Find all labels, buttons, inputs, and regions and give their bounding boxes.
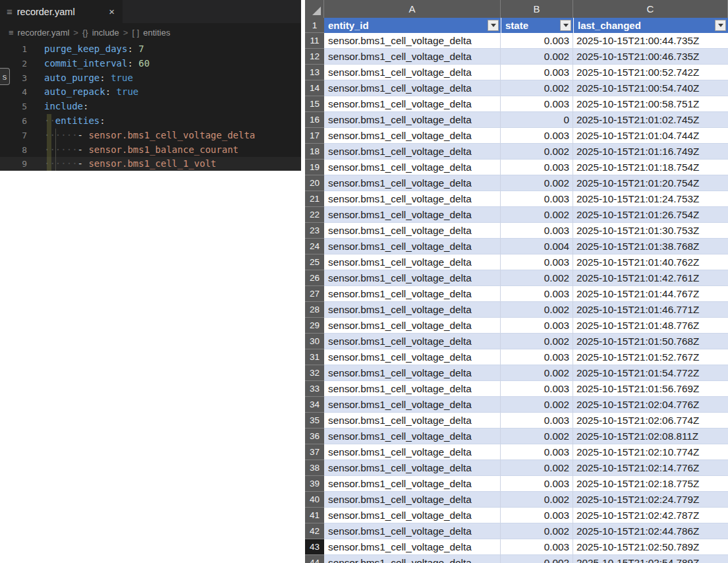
cell-state[interactable]: 0.003 xyxy=(501,96,573,112)
cell-last-changed[interactable]: 2025-10-15T21:00:46.735Z xyxy=(573,49,728,65)
cell-state[interactable]: 0.003 xyxy=(501,413,573,429)
cell-entity-id[interactable]: sensor.bms1_cell_voltage_delta xyxy=(324,207,501,223)
cell-state[interactable]: 0.004 xyxy=(501,239,573,254)
cell-entity-id[interactable]: sensor.bms1_cell_voltage_delta xyxy=(324,397,501,413)
cell-state[interactable]: 0.003 xyxy=(501,191,573,207)
cell-entity-id[interactable]: sensor.bms1_cell_voltage_delta xyxy=(324,413,501,429)
filter-dropdown-icon[interactable] xyxy=(488,20,499,31)
cell-last-changed[interactable]: 2025-10-15T21:02:06.774Z xyxy=(573,413,728,429)
row-number[interactable]: 43 xyxy=(305,539,324,555)
cell-state[interactable]: 0.002 xyxy=(501,49,573,65)
cell-entity-id[interactable]: sensor.bms1_cell_voltage_delta xyxy=(324,286,501,302)
cell-entity-id[interactable]: sensor.bms1_cell_voltage_delta xyxy=(324,80,501,96)
code-area[interactable]: 1 purge_keep_days: 7 2 commit_interval: … xyxy=(0,40,301,171)
cell-entity-id[interactable]: sensor.bms1_cell_voltage_delta xyxy=(324,191,501,207)
cell-entity-id[interactable]: sensor.bms1_cell_voltage_delta xyxy=(324,302,501,318)
cell-last-changed[interactable]: 2025-10-15T21:01:48.776Z xyxy=(573,318,728,334)
row-number[interactable]: 31 xyxy=(305,349,324,365)
cell-state[interactable]: 0.003 xyxy=(501,223,573,239)
cell-last-changed[interactable]: 2025-10-15T21:01:56.769Z xyxy=(573,381,728,397)
row-number[interactable]: 22 xyxy=(305,207,324,223)
cell-entity-id[interactable]: sensor.bms1_cell_voltage_delta xyxy=(324,381,501,397)
cell-last-changed[interactable]: 2025-10-15T21:01:26.754Z xyxy=(573,207,728,223)
row-number[interactable]: 40 xyxy=(305,492,324,508)
row-number[interactable]: 39 xyxy=(305,476,324,492)
cell-state[interactable]: 0.003 xyxy=(501,349,573,365)
row-number[interactable]: 27 xyxy=(305,286,324,302)
cell-state[interactable]: 0.002 xyxy=(501,492,573,508)
cell-entity-id[interactable]: sensor.bms1_cell_voltage_delta xyxy=(324,539,501,555)
cell-state[interactable]: 0.003 xyxy=(501,381,573,397)
cell-entity-id[interactable]: sensor.bms1_cell_voltage_delta xyxy=(324,270,501,286)
cell-state[interactable]: 0.002 xyxy=(501,334,573,349)
cell-state[interactable]: 0.003 xyxy=(501,444,573,460)
breadcrumb-file[interactable]: recorder.yaml xyxy=(18,28,70,38)
cell-last-changed[interactable]: 2025-10-15T21:02:42.787Z xyxy=(573,508,728,523)
cell-state[interactable]: 0.003 xyxy=(501,128,573,144)
row-number[interactable]: 29 xyxy=(305,318,324,334)
cell-entity-id[interactable]: sensor.bms1_cell_voltage_delta xyxy=(324,318,501,334)
row-number[interactable]: 23 xyxy=(305,223,324,239)
cell-entity-id[interactable]: sensor.bms1_cell_voltage_delta xyxy=(324,96,501,112)
cell-last-changed[interactable]: 2025-10-15T21:01:30.753Z xyxy=(573,223,728,239)
cell-last-changed[interactable]: 2025-10-15T21:01:46.771Z xyxy=(573,302,728,318)
cell-state[interactable]: 0.002 xyxy=(501,175,573,191)
column-header-a[interactable]: A xyxy=(324,0,501,18)
cell-last-changed[interactable]: 2025-10-15T21:02:10.774Z xyxy=(573,444,728,460)
cell-state[interactable]: 0.002 xyxy=(501,523,573,539)
header-cell-last-changed[interactable]: last_changed xyxy=(573,18,728,33)
cell-entity-id[interactable]: sensor.bms1_cell_voltage_delta xyxy=(324,160,501,175)
code-line[interactable]: 6 ··entities: xyxy=(0,114,301,129)
row-number[interactable]: 28 xyxy=(305,302,324,318)
cell-last-changed[interactable]: 2025-10-15T21:01:42.761Z xyxy=(573,270,728,286)
cell-state[interactable]: 0 xyxy=(501,112,573,128)
cell-last-changed[interactable]: 2025-10-15T21:01:02.745Z xyxy=(573,112,728,128)
cell-state[interactable]: 0.003 xyxy=(501,476,573,492)
row-number[interactable]: 16 xyxy=(305,112,324,128)
cell-last-changed[interactable]: 2025-10-15T21:02:50.789Z xyxy=(573,539,728,555)
cell-last-changed[interactable]: 2025-10-15T21:01:18.754Z xyxy=(573,160,728,175)
column-header-b[interactable]: B xyxy=(501,0,573,18)
cell-entity-id[interactable]: sensor.bms1_cell_voltage_delta xyxy=(324,476,501,492)
cell-state[interactable]: 0.003 xyxy=(501,254,573,270)
cell-entity-id[interactable]: sensor.bms1_cell_voltage_delta xyxy=(324,128,501,144)
row-number[interactable]: 12 xyxy=(305,49,324,65)
cell-state[interactable]: 0.002 xyxy=(501,270,573,286)
row-number[interactable]: 26 xyxy=(305,270,324,286)
row-number[interactable]: 19 xyxy=(305,160,324,175)
code-line[interactable]: 3 auto_purge: true xyxy=(0,71,301,86)
cell-entity-id[interactable]: sensor.bms1_cell_voltage_delta xyxy=(324,49,501,65)
cell-state[interactable]: 0.002 xyxy=(501,302,573,318)
cell-state[interactable]: 0.002 xyxy=(501,397,573,413)
row-number[interactable]: 13 xyxy=(305,65,324,80)
cell-last-changed[interactable]: 2025-10-15T21:02:54.789Z xyxy=(573,555,728,563)
row-number[interactable]: 15 xyxy=(305,96,324,112)
code-line[interactable]: 2 commit_interval: 60 xyxy=(0,57,301,71)
cell-last-changed[interactable]: 2025-10-15T21:02:14.776Z xyxy=(573,460,728,476)
cell-state[interactable]: 0.003 xyxy=(501,318,573,334)
cell-last-changed[interactable]: 2025-10-15T21:00:44.735Z xyxy=(573,33,728,49)
row-number[interactable]: 35 xyxy=(305,413,324,429)
cell-state[interactable]: 0.002 xyxy=(501,460,573,476)
tab-recorder-yaml[interactable]: ≡ recorder.yaml × xyxy=(0,0,123,23)
code-line[interactable]: 8 ······- sensor.bms1_balance_courant xyxy=(0,143,301,158)
filter-dropdown-icon[interactable] xyxy=(560,20,571,31)
row-number-1[interactable]: 1 xyxy=(305,18,324,33)
row-number[interactable]: 20 xyxy=(305,175,324,191)
close-icon[interactable]: × xyxy=(107,6,116,17)
cell-last-changed[interactable]: 2025-10-15T21:00:52.742Z xyxy=(573,65,728,80)
cell-state[interactable]: 0.002 xyxy=(501,144,573,160)
cell-state[interactable]: 0.002 xyxy=(501,429,573,444)
cell-entity-id[interactable]: sensor.bms1_cell_voltage_delta xyxy=(324,444,501,460)
row-number[interactable]: 36 xyxy=(305,429,324,444)
filter-dropdown-icon[interactable] xyxy=(715,20,726,31)
breadcrumb-include[interactable]: include xyxy=(92,28,119,38)
cell-last-changed[interactable]: 2025-10-15T21:01:04.744Z xyxy=(573,128,728,144)
code-line[interactable]: 5 include: xyxy=(0,100,301,114)
cell-state[interactable]: 0.002 xyxy=(501,80,573,96)
cell-state[interactable]: 0.002 xyxy=(501,365,573,381)
row-number[interactable]: 34 xyxy=(305,397,324,413)
cell-state[interactable]: 0.003 xyxy=(501,65,573,80)
cell-state[interactable]: 0.002 xyxy=(501,207,573,223)
cell-last-changed[interactable]: 2025-10-15T21:01:20.754Z xyxy=(573,175,728,191)
